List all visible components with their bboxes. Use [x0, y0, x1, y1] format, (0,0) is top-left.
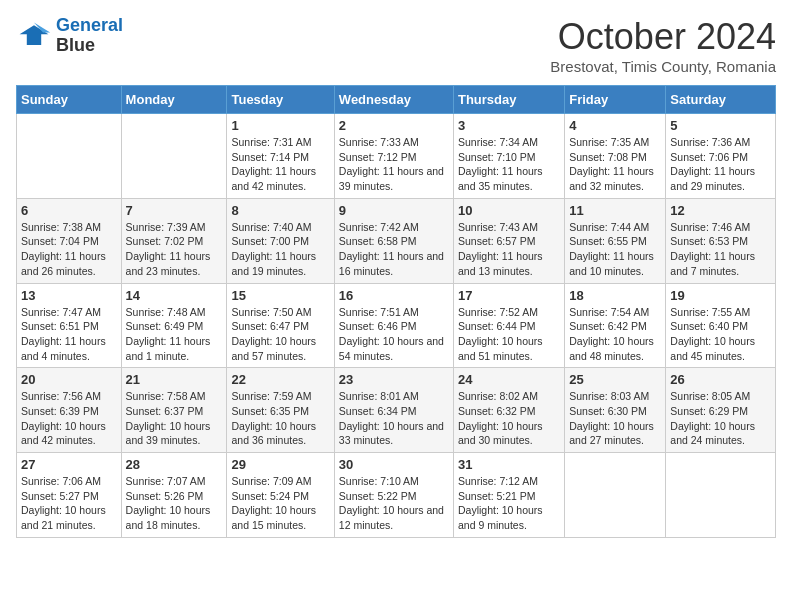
- day-number: 16: [339, 288, 449, 303]
- calendar-cell: [121, 114, 227, 199]
- daylight-info: Daylight: 11 hours and 32 minutes.: [569, 164, 661, 193]
- logo: GeneralBlue: [16, 16, 123, 56]
- calendar-week-row: 6 Sunrise: 7:38 AM Sunset: 7:04 PM Dayli…: [17, 198, 776, 283]
- daylight-info: Daylight: 10 hours and 18 minutes.: [126, 503, 223, 532]
- sunset-info: Sunset: 6:42 PM: [569, 319, 661, 334]
- column-header-wednesday: Wednesday: [334, 86, 453, 114]
- calendar-cell: 4 Sunrise: 7:35 AM Sunset: 7:08 PM Dayli…: [565, 114, 666, 199]
- day-number: 28: [126, 457, 223, 472]
- sunrise-info: Sunrise: 7:34 AM: [458, 135, 560, 150]
- page-header: GeneralBlue October 2024 Brestovat, Timi…: [16, 16, 776, 75]
- day-number: 17: [458, 288, 560, 303]
- sunrise-info: Sunrise: 8:02 AM: [458, 389, 560, 404]
- sunrise-info: Sunrise: 7:33 AM: [339, 135, 449, 150]
- calendar-cell: 3 Sunrise: 7:34 AM Sunset: 7:10 PM Dayli…: [453, 114, 564, 199]
- daylight-info: Daylight: 11 hours and 4 minutes.: [21, 334, 117, 363]
- daylight-info: Daylight: 11 hours and 26 minutes.: [21, 249, 117, 278]
- day-number: 15: [231, 288, 329, 303]
- calendar-cell: 24 Sunrise: 8:02 AM Sunset: 6:32 PM Dayl…: [453, 368, 564, 453]
- daylight-info: Daylight: 10 hours and 15 minutes.: [231, 503, 329, 532]
- daylight-info: Daylight: 11 hours and 39 minutes.: [339, 164, 449, 193]
- calendar-table: SundayMondayTuesdayWednesdayThursdayFrid…: [16, 85, 776, 538]
- sunset-info: Sunset: 6:49 PM: [126, 319, 223, 334]
- calendar-week-row: 13 Sunrise: 7:47 AM Sunset: 6:51 PM Dayl…: [17, 283, 776, 368]
- day-number: 23: [339, 372, 449, 387]
- sunset-info: Sunset: 6:53 PM: [670, 234, 771, 249]
- sunset-info: Sunset: 6:57 PM: [458, 234, 560, 249]
- daylight-info: Daylight: 10 hours and 51 minutes.: [458, 334, 560, 363]
- sunset-info: Sunset: 6:58 PM: [339, 234, 449, 249]
- column-header-thursday: Thursday: [453, 86, 564, 114]
- calendar-week-row: 1 Sunrise: 7:31 AM Sunset: 7:14 PM Dayli…: [17, 114, 776, 199]
- daylight-info: Daylight: 10 hours and 12 minutes.: [339, 503, 449, 532]
- sunrise-info: Sunrise: 7:52 AM: [458, 305, 560, 320]
- sunset-info: Sunset: 7:04 PM: [21, 234, 117, 249]
- daylight-info: Daylight: 10 hours and 30 minutes.: [458, 419, 560, 448]
- calendar-cell: 22 Sunrise: 7:59 AM Sunset: 6:35 PM Dayl…: [227, 368, 334, 453]
- calendar-cell: 27 Sunrise: 7:06 AM Sunset: 5:27 PM Dayl…: [17, 453, 122, 538]
- day-number: 30: [339, 457, 449, 472]
- day-number: 25: [569, 372, 661, 387]
- sunrise-info: Sunrise: 8:01 AM: [339, 389, 449, 404]
- calendar-cell: 20 Sunrise: 7:56 AM Sunset: 6:39 PM Dayl…: [17, 368, 122, 453]
- sunrise-info: Sunrise: 7:48 AM: [126, 305, 223, 320]
- calendar-cell: 26 Sunrise: 8:05 AM Sunset: 6:29 PM Dayl…: [666, 368, 776, 453]
- month-title: October 2024: [550, 16, 776, 58]
- calendar-cell: 30 Sunrise: 7:10 AM Sunset: 5:22 PM Dayl…: [334, 453, 453, 538]
- sunset-info: Sunset: 6:40 PM: [670, 319, 771, 334]
- sunset-info: Sunset: 7:10 PM: [458, 150, 560, 165]
- sunrise-info: Sunrise: 7:35 AM: [569, 135, 661, 150]
- daylight-info: Daylight: 11 hours and 42 minutes.: [231, 164, 329, 193]
- daylight-info: Daylight: 11 hours and 7 minutes.: [670, 249, 771, 278]
- day-number: 13: [21, 288, 117, 303]
- day-number: 7: [126, 203, 223, 218]
- location-subtitle: Brestovat, Timis County, Romania: [550, 58, 776, 75]
- logo-text: GeneralBlue: [56, 16, 123, 56]
- sunset-info: Sunset: 6:55 PM: [569, 234, 661, 249]
- sunset-info: Sunset: 7:02 PM: [126, 234, 223, 249]
- calendar-week-row: 27 Sunrise: 7:06 AM Sunset: 5:27 PM Dayl…: [17, 453, 776, 538]
- sunrise-info: Sunrise: 7:42 AM: [339, 220, 449, 235]
- sunrise-info: Sunrise: 7:56 AM: [21, 389, 117, 404]
- day-number: 4: [569, 118, 661, 133]
- column-header-monday: Monday: [121, 86, 227, 114]
- sunrise-info: Sunrise: 7:40 AM: [231, 220, 329, 235]
- calendar-week-row: 20 Sunrise: 7:56 AM Sunset: 6:39 PM Dayl…: [17, 368, 776, 453]
- daylight-info: Daylight: 10 hours and 45 minutes.: [670, 334, 771, 363]
- sunset-info: Sunset: 6:35 PM: [231, 404, 329, 419]
- daylight-info: Daylight: 11 hours and 13 minutes.: [458, 249, 560, 278]
- sunrise-info: Sunrise: 7:31 AM: [231, 135, 329, 150]
- day-number: 31: [458, 457, 560, 472]
- sunrise-info: Sunrise: 7:07 AM: [126, 474, 223, 489]
- sunset-info: Sunset: 7:00 PM: [231, 234, 329, 249]
- daylight-info: Daylight: 11 hours and 1 minute.: [126, 334, 223, 363]
- day-number: 24: [458, 372, 560, 387]
- sunrise-info: Sunrise: 7:44 AM: [569, 220, 661, 235]
- calendar-cell: [17, 114, 122, 199]
- calendar-cell: 5 Sunrise: 7:36 AM Sunset: 7:06 PM Dayli…: [666, 114, 776, 199]
- daylight-info: Daylight: 10 hours and 9 minutes.: [458, 503, 560, 532]
- daylight-info: Daylight: 11 hours and 23 minutes.: [126, 249, 223, 278]
- daylight-info: Daylight: 11 hours and 19 minutes.: [231, 249, 329, 278]
- sunset-info: Sunset: 6:46 PM: [339, 319, 449, 334]
- sunset-info: Sunset: 7:14 PM: [231, 150, 329, 165]
- sunset-info: Sunset: 5:24 PM: [231, 489, 329, 504]
- sunset-info: Sunset: 7:12 PM: [339, 150, 449, 165]
- sunrise-info: Sunrise: 7:39 AM: [126, 220, 223, 235]
- calendar-cell: 11 Sunrise: 7:44 AM Sunset: 6:55 PM Dayl…: [565, 198, 666, 283]
- calendar-cell: 17 Sunrise: 7:52 AM Sunset: 6:44 PM Dayl…: [453, 283, 564, 368]
- column-header-friday: Friday: [565, 86, 666, 114]
- sunset-info: Sunset: 7:06 PM: [670, 150, 771, 165]
- day-number: 6: [21, 203, 117, 218]
- sunrise-info: Sunrise: 7:47 AM: [21, 305, 117, 320]
- sunrise-info: Sunrise: 8:03 AM: [569, 389, 661, 404]
- day-number: 1: [231, 118, 329, 133]
- day-number: 5: [670, 118, 771, 133]
- day-number: 19: [670, 288, 771, 303]
- day-number: 20: [21, 372, 117, 387]
- daylight-info: Daylight: 10 hours and 57 minutes.: [231, 334, 329, 363]
- day-number: 12: [670, 203, 771, 218]
- sunset-info: Sunset: 5:26 PM: [126, 489, 223, 504]
- daylight-info: Daylight: 10 hours and 42 minutes.: [21, 419, 117, 448]
- day-number: 11: [569, 203, 661, 218]
